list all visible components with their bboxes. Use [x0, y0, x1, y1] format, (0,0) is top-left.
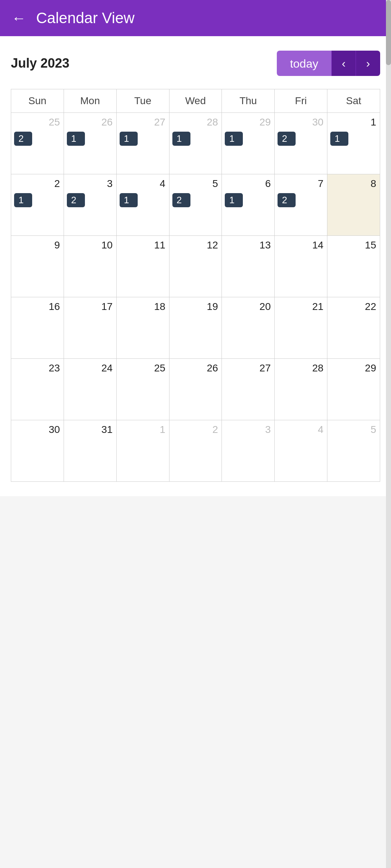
day-number: 31: [67, 424, 113, 435]
weekday-header: Thu: [222, 89, 275, 113]
event-badge[interactable]: 1: [120, 193, 138, 207]
calendar-cell[interactable]: 21: [275, 297, 327, 359]
day-number: 19: [172, 301, 218, 312]
day-number: 28: [278, 362, 323, 374]
day-number: 29: [330, 362, 376, 374]
nav-controls: today ‹ ›: [277, 51, 380, 76]
event-badge[interactable]: 1: [330, 132, 348, 146]
day-number: 4: [278, 424, 323, 435]
day-number: 2: [172, 424, 218, 435]
calendar-cell[interactable]: 261: [64, 113, 116, 174]
day-number: 25: [120, 362, 166, 374]
calendar-cell[interactable]: 16: [11, 297, 64, 359]
weekday-header: Sat: [327, 89, 380, 113]
day-number: 28: [172, 116, 218, 128]
calendar-cell[interactable]: 8: [327, 174, 380, 236]
weekday-header: Fri: [275, 89, 327, 113]
calendar-cell[interactable]: 9: [11, 236, 64, 297]
calendar-cell[interactable]: 61: [222, 174, 275, 236]
calendar-cell[interactable]: 52: [169, 174, 222, 236]
calendar-cell[interactable]: 302: [275, 113, 327, 174]
calendar-cell[interactable]: 281: [169, 113, 222, 174]
event-badge[interactable]: 2: [278, 132, 296, 146]
calendar-cell[interactable]: 11: [327, 113, 380, 174]
calendar-cell[interactable]: 25: [116, 359, 169, 420]
back-button[interactable]: ←: [12, 11, 26, 25]
day-number: 26: [172, 362, 218, 374]
day-number: 6: [225, 178, 271, 190]
calendar-cell[interactable]: 22: [327, 297, 380, 359]
event-badge[interactable]: 2: [172, 193, 190, 207]
calendar-cell[interactable]: 23: [11, 359, 64, 420]
weekday-header: Mon: [64, 89, 116, 113]
calendar-cell[interactable]: 26: [169, 359, 222, 420]
day-number: 5: [172, 178, 218, 190]
calendar-cell[interactable]: 3: [222, 420, 275, 482]
day-number: 26: [67, 116, 113, 128]
day-number: 27: [225, 362, 271, 374]
calendar-cell[interactable]: 32: [64, 174, 116, 236]
day-number: 3: [225, 424, 271, 435]
calendar-cell[interactable]: 13: [222, 236, 275, 297]
day-number: 18: [120, 301, 166, 312]
calendar-cell[interactable]: 1: [116, 420, 169, 482]
calendar-cell[interactable]: 15: [327, 236, 380, 297]
calendar-cell[interactable]: 19: [169, 297, 222, 359]
calendar-cell[interactable]: 10: [64, 236, 116, 297]
calendar-cell[interactable]: 271: [116, 113, 169, 174]
calendar-nav: July 2023 today ‹ ›: [11, 51, 380, 76]
calendar-cell[interactable]: 29: [327, 359, 380, 420]
event-badge[interactable]: 1: [172, 132, 190, 146]
event-badge[interactable]: 2: [67, 193, 85, 207]
calendar-cell[interactable]: 24: [64, 359, 116, 420]
calendar-cell[interactable]: 27: [222, 359, 275, 420]
calendar-cell[interactable]: 18: [116, 297, 169, 359]
calendar-cell[interactable]: 11: [116, 236, 169, 297]
day-number: 24: [67, 362, 113, 374]
day-number: 21: [278, 301, 323, 312]
today-button[interactable]: today: [277, 51, 331, 76]
next-month-button[interactable]: ›: [356, 51, 380, 76]
calendar-cell[interactable]: 252: [11, 113, 64, 174]
prev-month-button[interactable]: ‹: [331, 51, 356, 76]
main-content: July 2023 today ‹ › SunMonTueWedThuFriSa…: [0, 36, 391, 496]
day-number: 23: [14, 362, 60, 374]
event-badge[interactable]: 1: [67, 132, 85, 146]
event-badge[interactable]: 2: [14, 132, 32, 146]
header: ← Calendar View: [0, 0, 391, 36]
day-number: 1: [120, 424, 166, 435]
calendar-cell[interactable]: 5: [327, 420, 380, 482]
event-badge[interactable]: 1: [14, 193, 32, 207]
day-number: 7: [278, 178, 323, 190]
calendar-cell[interactable]: 14: [275, 236, 327, 297]
day-number: 25: [14, 116, 60, 128]
day-number: 2: [14, 178, 60, 190]
calendar-cell[interactable]: 20: [222, 297, 275, 359]
calendar-cell[interactable]: 12: [169, 236, 222, 297]
day-number: 4: [120, 178, 166, 190]
calendar-cell[interactable]: 72: [275, 174, 327, 236]
calendar-cell[interactable]: 28: [275, 359, 327, 420]
calendar-cell[interactable]: 2: [169, 420, 222, 482]
weekday-header: Wed: [169, 89, 222, 113]
calendar-cell[interactable]: 31: [64, 420, 116, 482]
calendar-cell[interactable]: 4: [275, 420, 327, 482]
day-number: 16: [14, 301, 60, 312]
calendar-cell[interactable]: 41: [116, 174, 169, 236]
event-badge[interactable]: 1: [120, 132, 138, 146]
weekday-header: Tue: [116, 89, 169, 113]
calendar-cell[interactable]: 30: [11, 420, 64, 482]
calendar-cell[interactable]: 17: [64, 297, 116, 359]
day-number: 30: [14, 424, 60, 435]
calendar-cell[interactable]: 291: [222, 113, 275, 174]
scrollbar-thumb[interactable]: [386, 0, 391, 65]
event-badge[interactable]: 2: [278, 193, 296, 207]
day-number: 22: [330, 301, 376, 312]
scrollbar-track[interactable]: [386, 0, 391, 868]
day-number: 11: [120, 239, 166, 251]
event-badge[interactable]: 1: [225, 132, 243, 146]
event-badge[interactable]: 1: [225, 193, 243, 207]
calendar-cell[interactable]: 21: [11, 174, 64, 236]
day-number: 20: [225, 301, 271, 312]
day-number: 30: [278, 116, 323, 128]
